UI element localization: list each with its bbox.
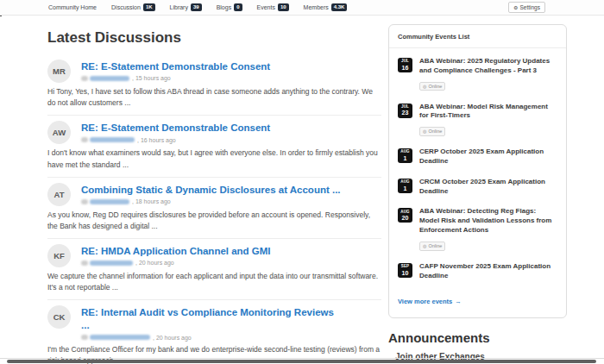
event-item: JUL 16 ABA Webinar: 2025 Regulatory Upda… [398, 57, 557, 91]
avatar[interactable]: KF [47, 244, 71, 267]
event-item: SEP 10 CAFP November 2025 Exam Applicati… [398, 262, 557, 281]
scrollbar-track-line [0, 358, 604, 359]
count-badge: 0 [234, 3, 242, 11]
nav-item-events[interactable]: Events 10 [257, 3, 289, 11]
avatar[interactable]: CK [47, 305, 71, 329]
redacted-author-link[interactable] [90, 199, 129, 204]
discussion-preview: As you know, Reg DD requires disclosures… [47, 210, 381, 232]
nav-item-blogs[interactable]: Blogs 0 [217, 3, 242, 11]
nav-label: Community Home [48, 4, 97, 10]
latest-discussions-section: Latest Discussions MR RE: E-Statement De… [47, 24, 381, 364]
event-title-link[interactable]: ABA Webinar: Model Risk Management for F… [419, 103, 557, 122]
nav-label: Members [304, 4, 329, 10]
horizontal-scrollbar[interactable] [7, 360, 596, 364]
redacted-author-link[interactable] [90, 137, 135, 142]
discussion-title-link[interactable]: RE: E-Statement Demonstrable Consent [81, 122, 270, 134]
page-title: Latest Discussions [47, 29, 381, 47]
calendar-date-icon: JUL 16 [398, 58, 412, 72]
avatar[interactable]: AT [47, 183, 71, 206]
count-badge: 4.3K [331, 3, 348, 11]
calendar-date-icon: AUG 20 [398, 208, 412, 223]
events-card-title: Community Events List [389, 25, 566, 48]
nav-item-discussion[interactable]: Discussion 1K [111, 3, 155, 11]
nav-label: Events [257, 4, 275, 10]
redacted-author[interactable] [81, 137, 88, 142]
event-item: JUL 23 ABA Webinar: Model Risk Managemen… [398, 103, 557, 137]
view-more-events-link[interactable]: View more events → [398, 298, 462, 305]
settings-button[interactable]: ⚙ Settings [508, 2, 545, 13]
redacted-author[interactable] [81, 199, 88, 204]
event-item: AUG 1 CERP October 2025 Exam Application… [398, 147, 557, 166]
online-badge: ◎ Online [419, 242, 445, 251]
online-badge: ◎ Online [419, 127, 445, 136]
discussion-meta: , 16 hours ago [81, 137, 270, 143]
count-badge: 1K [143, 3, 155, 11]
discussion-title-link[interactable]: Combining Static & Dynamic Disclosures a… [81, 184, 341, 196]
redacted-author-link[interactable] [90, 260, 133, 266]
timestamp: , 20 hours ago [153, 335, 192, 341]
online-badge: ◎ Online [419, 82, 445, 91]
redacted-author[interactable] [81, 76, 88, 81]
event-title-link[interactable]: ABA Webinar: Detecting Reg Flags: Model … [419, 207, 557, 235]
discussion-item: CK RE: Internal Audit vs Compliance Moni… [47, 300, 381, 364]
redacted-author-link[interactable] [90, 335, 150, 340]
timestamp: , 15 hours ago [132, 75, 171, 81]
discussion-title-link[interactable]: RE: E-Statement Demonstrable Consent [81, 60, 270, 72]
calendar-date-icon: JUL 23 [398, 104, 412, 118]
discussion-preview: Hi Tony, Yes, I have set to follow this … [47, 86, 381, 109]
community-page: Community Home Discussion 1K Library 39 … [0, 0, 604, 364]
event-item: AUG 1 CRCM October 2025 Exam Application… [398, 178, 557, 197]
nav-item-members[interactable]: Members 4.3K [304, 3, 348, 11]
gear-icon: ⚙ [513, 5, 518, 10]
announcements-title: Announcements [388, 330, 567, 345]
nav-label: Discussion [111, 4, 141, 10]
event-title-link[interactable]: CERP October 2025 Exam Application Deadl… [419, 147, 557, 166]
discussion-preview: We capture the channel information for e… [47, 271, 381, 293]
redacted-author[interactable] [81, 260, 88, 266]
online-location-icon: ◎ [423, 244, 426, 248]
nav-label: Blogs [217, 4, 232, 10]
discussion-title-link[interactable]: RE: Internal Audit vs Compliance Monitor… [81, 306, 334, 318]
nav-item-library[interactable]: Library 39 [170, 3, 202, 11]
arrow-right-icon: → [455, 298, 462, 305]
timestamp: , 18 hours ago [132, 198, 171, 204]
redacted-author-link[interactable] [90, 76, 129, 81]
nav-item-community-home[interactable]: Community Home [48, 4, 97, 10]
avatar[interactable]: AW [47, 121, 71, 144]
discussion-meta: , 20 hours ago [81, 335, 334, 341]
nav-label: Library [170, 4, 188, 10]
calendar-date-icon: SEP 10 [398, 263, 412, 278]
discussion-title-link[interactable]: RE: HMDA Application Channel and GMI [81, 245, 271, 257]
calendar-date-icon: AUG 1 [398, 179, 412, 193]
count-badge: 10 [278, 3, 289, 11]
timestamp: , 16 hours ago [137, 137, 176, 143]
timestamp: , 20 hours ago [135, 260, 174, 266]
discussion-preview: I don't know what examiners would say, b… [47, 147, 381, 170]
discussion-meta: , 18 hours ago [81, 198, 341, 204]
discussion-meta: , 20 hours ago [81, 260, 271, 266]
event-title-link[interactable]: CRCM October 2025 Exam Application Deadl… [419, 178, 557, 197]
discussion-item: AT Combining Static & Dynamic Disclosure… [47, 178, 381, 239]
redacted-author[interactable] [81, 335, 88, 340]
discussion-item: AW RE: E-Statement Demonstrable Consent … [47, 116, 381, 177]
discussion-item: KF RE: HMDA Application Channel and GMI … [47, 239, 381, 300]
event-title-link[interactable]: ABA Webinar: 2025 Regulatory Updates and… [419, 57, 557, 76]
event-item: AUG 20 ABA Webinar: Detecting Reg Flags:… [398, 207, 557, 250]
right-sidebar: Community Events List JUL 16 ABA Webinar… [388, 24, 567, 364]
discussion-item: MR RE: E-Statement Demonstrable Consent … [47, 54, 381, 116]
online-location-icon: ◎ [423, 85, 426, 89]
top-navigation: Community Home Discussion 1K Library 39 … [0, 0, 604, 16]
nav-menu: Community Home Discussion 1K Library 39 … [0, 3, 347, 11]
online-location-icon: ◎ [423, 129, 426, 134]
calendar-date-icon: AUG 1 [398, 148, 412, 163]
event-title-link[interactable]: CAFP November 2025 Exam Application Dead… [419, 262, 557, 281]
settings-label: Settings [520, 4, 541, 10]
count-badge: 39 [191, 3, 202, 11]
discussion-title-ellipsis[interactable]: ... [81, 319, 334, 332]
avatar[interactable]: MR [47, 60, 71, 83]
community-events-card: Community Events List JUL 16 ABA Webinar… [388, 24, 567, 318]
discussion-meta: , 15 hours ago [81, 75, 270, 81]
